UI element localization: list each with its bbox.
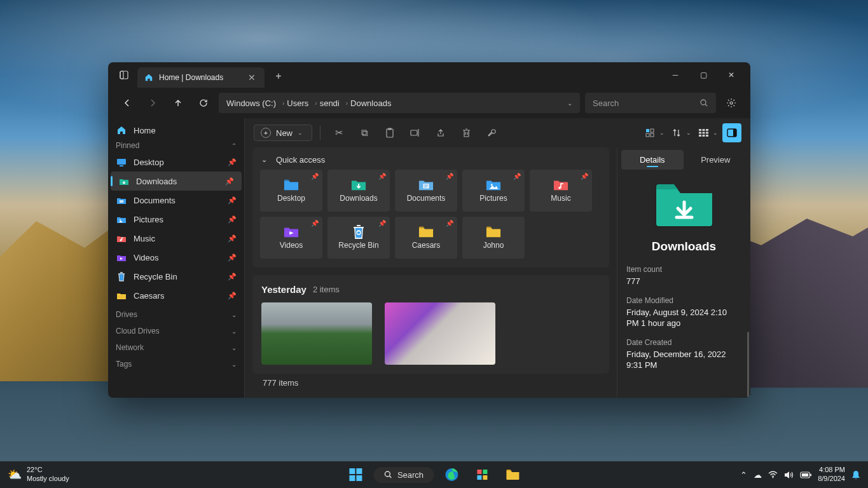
tray-battery-icon[interactable] xyxy=(800,471,811,478)
tray-notifications-icon[interactable] xyxy=(851,470,860,480)
refresh-button[interactable] xyxy=(193,93,214,113)
titlebar[interactable]: Home | Downloads ✕ + ─ ▢ ✕ xyxy=(108,62,750,88)
breadcrumb[interactable]: Windows (C:)› Users› sendi› Downloads ⌄ xyxy=(219,93,580,113)
maximize-button[interactable]: ▢ xyxy=(689,65,717,85)
search-input[interactable]: Search xyxy=(585,93,716,113)
quick-access-documents[interactable]: 📌Documents xyxy=(395,170,457,212)
sidebar-item-downloads[interactable]: Downloads📌 xyxy=(111,172,242,191)
pin-icon[interactable]: 📌 xyxy=(228,273,237,281)
quick-access-johno[interactable]: Johno xyxy=(462,217,525,259)
rename-button[interactable] xyxy=(404,123,426,143)
breadcrumb-segment[interactable]: Downloads xyxy=(350,98,391,108)
close-tab-icon[interactable]: ✕ xyxy=(245,72,258,83)
sidebar-item-documents[interactable]: Documents📌 xyxy=(108,191,244,210)
sidebar-section-network[interactable]: Network⌄ xyxy=(108,338,244,355)
pin-icon[interactable]: 📌 xyxy=(446,173,453,180)
quick-access-recycle-bin[interactable]: 📌Recycle Bin xyxy=(327,217,390,259)
section-count: 2 items xyxy=(313,285,340,294)
sidebar-section-cloud-drives[interactable]: Cloud Drives⌄ xyxy=(108,322,244,338)
breadcrumb-segment[interactable]: Users xyxy=(287,98,308,108)
svg-rect-6 xyxy=(120,200,123,203)
tab-preview[interactable]: Preview xyxy=(685,150,747,170)
weather-widget[interactable]: ⛅ 22°C Mostly cloudy xyxy=(8,466,69,484)
tray-volume-icon[interactable] xyxy=(784,471,794,479)
details-pane-toggle[interactable] xyxy=(722,123,741,142)
svg-rect-0 xyxy=(120,71,128,79)
chevron-down-icon[interactable]: ⌄ xyxy=(713,130,718,136)
pin-icon[interactable]: 📌 xyxy=(228,196,237,205)
taskbar-app-icon[interactable] xyxy=(469,464,495,485)
chevron-down-icon[interactable]: ⌄ xyxy=(567,100,572,107)
chevron-down-icon[interactable]: ⌄ xyxy=(659,130,665,136)
select-button[interactable] xyxy=(642,123,658,143)
pin-icon[interactable]: 📌 xyxy=(513,173,521,180)
sidebar-item-videos[interactable]: Videos📌 xyxy=(108,248,244,267)
pin-icon[interactable]: 📌 xyxy=(446,220,453,227)
tray-chevron-icon[interactable]: ⌃ xyxy=(740,470,747,480)
taskbar-explorer-icon[interactable] xyxy=(500,464,525,485)
pin-icon[interactable]: 📌 xyxy=(311,220,319,227)
new-button[interactable]: + New ⌄ xyxy=(254,125,312,141)
sidebar-item-caesars[interactable]: Caesars📌 xyxy=(108,286,244,305)
pin-icon[interactable]: 📌 xyxy=(228,158,237,166)
tab-downloads[interactable]: Home | Downloads ✕ xyxy=(137,67,265,88)
svg-rect-14 xyxy=(646,133,649,137)
tab-actions-icon[interactable] xyxy=(113,65,135,85)
forward-button[interactable] xyxy=(142,93,163,113)
tab-details[interactable]: Details xyxy=(621,150,684,170)
start-button[interactable] xyxy=(343,464,368,485)
close-button[interactable]: ✕ xyxy=(717,65,745,85)
quick-access-desktop[interactable]: 📌Desktop xyxy=(260,170,322,212)
pin-icon[interactable]: 📌 xyxy=(378,173,386,180)
paste-button[interactable] xyxy=(379,123,401,143)
sidebar-item-pictures[interactable]: Pictures📌 xyxy=(108,210,244,229)
back-button[interactable] xyxy=(117,93,137,113)
sidebar-item-recycle-bin[interactable]: Recycle Bin📌 xyxy=(108,267,244,286)
pin-icon[interactable]: 📌 xyxy=(225,177,234,186)
tray-onedrive-icon[interactable]: ☁ xyxy=(754,470,762,480)
file-thumbnail[interactable] xyxy=(261,302,372,365)
pin-icon[interactable]: 📌 xyxy=(311,173,319,180)
quick-access-music[interactable]: 📌Music xyxy=(530,170,592,212)
pin-icon[interactable]: 📌 xyxy=(581,173,588,180)
svg-rect-11 xyxy=(411,130,417,135)
scrollbar[interactable] xyxy=(747,332,749,398)
quick-access-downloads[interactable]: 📌Downloads xyxy=(327,170,390,212)
chevron-down-icon[interactable]: ⌄ xyxy=(686,130,691,136)
tile-label: Johno xyxy=(483,241,504,250)
chevron-down-icon: ⌄ xyxy=(231,361,237,368)
settings-button[interactable] xyxy=(721,93,741,113)
tray-wifi-icon[interactable] xyxy=(768,471,778,478)
share-button[interactable] xyxy=(430,123,451,143)
up-button[interactable] xyxy=(168,93,188,113)
delete-button[interactable] xyxy=(455,123,477,143)
copy-button[interactable]: ⧉ xyxy=(354,123,375,143)
breadcrumb-segment[interactable]: Windows (C:) xyxy=(226,98,276,108)
quick-access-pictures[interactable]: 📌Pictures xyxy=(462,170,525,212)
minimize-button[interactable]: ─ xyxy=(661,65,689,85)
pin-icon[interactable]: 📌 xyxy=(228,215,237,224)
pin-icon[interactable]: 📌 xyxy=(228,292,237,300)
quick-access-header[interactable]: ⌄ Quick access xyxy=(260,152,602,170)
file-thumbnail[interactable] xyxy=(385,302,495,365)
taskbar-search[interactable]: Search xyxy=(373,467,434,483)
pin-icon[interactable]: 📌 xyxy=(228,234,237,243)
sidebar-home[interactable]: Home xyxy=(108,121,244,140)
sidebar-section-drives[interactable]: Drives⌄ xyxy=(108,305,244,322)
layout-button[interactable] xyxy=(696,123,711,143)
quick-access-videos[interactable]: 📌Videos xyxy=(260,217,322,259)
sidebar-section-tags[interactable]: Tags⌄ xyxy=(108,355,244,371)
cut-button[interactable]: ✂ xyxy=(328,123,350,143)
properties-button[interactable] xyxy=(481,123,502,143)
sidebar-item-music[interactable]: Music📌 xyxy=(108,229,244,248)
quick-access-caesars[interactable]: 📌Caesars xyxy=(395,217,457,259)
pin-icon[interactable]: 📌 xyxy=(228,254,237,262)
pin-icon[interactable]: 📌 xyxy=(378,220,386,227)
breadcrumb-segment[interactable]: sendi xyxy=(320,98,340,108)
new-tab-button[interactable]: + xyxy=(270,71,287,82)
sort-button[interactable] xyxy=(669,123,684,143)
sidebar-section-pinned[interactable]: Pinned ⌃ xyxy=(108,140,244,152)
taskbar-edge-icon[interactable] xyxy=(439,464,464,485)
sidebar-item-desktop[interactable]: Desktop📌 xyxy=(108,152,244,172)
taskbar-clock[interactable]: 4:08 PM 8/9/2024 xyxy=(818,466,845,484)
